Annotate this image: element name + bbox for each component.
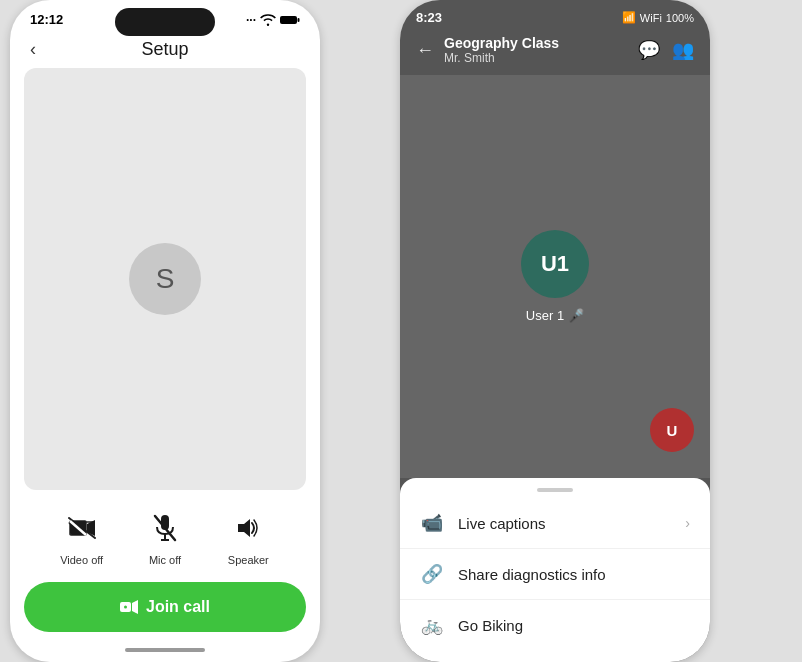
call-title: Geography Class bbox=[444, 35, 628, 51]
time-right: 8:23 bbox=[416, 10, 442, 25]
signal-icon: 📶 bbox=[622, 11, 636, 24]
user-avatar-left: S bbox=[129, 243, 201, 315]
participants-icon[interactable]: 👥 bbox=[672, 39, 694, 61]
join-call-label: Join call bbox=[146, 598, 210, 616]
wifi-icon-right: WiFi bbox=[640, 12, 662, 24]
svg-marker-10 bbox=[238, 519, 250, 537]
video-preview: S bbox=[24, 68, 306, 490]
wifi-icon bbox=[260, 14, 276, 26]
right-phone: 8:23 📶 WiFi 100% ← Geography Class Mr. S… bbox=[400, 0, 710, 662]
sheet-items: 📹 Live captions › 🔗 Share diagnostics in… bbox=[400, 498, 710, 650]
page-title-left: Setup bbox=[141, 39, 188, 60]
left-phone: 12:12 ··· ‹ Setup S bbox=[10, 0, 320, 662]
call-header-icons: 💬 👥 bbox=[638, 39, 694, 61]
mic-off-label: Mic off bbox=[149, 554, 181, 566]
sheet-item-2[interactable]: 🚲 Go Biking bbox=[400, 600, 710, 650]
user-avatar-right: U1 bbox=[521, 230, 589, 298]
mic-off-icon bbox=[143, 506, 187, 550]
video-off-icon bbox=[60, 506, 104, 550]
sheet-item-1[interactable]: 🔗 Share diagnostics info bbox=[400, 549, 710, 600]
video-off-label: Video off bbox=[60, 554, 103, 566]
sheet-item-0[interactable]: 📹 Live captions › bbox=[400, 498, 710, 549]
svg-rect-0 bbox=[280, 16, 297, 24]
battery-icon-right: 100% bbox=[666, 12, 694, 24]
speaker-label: Speaker bbox=[228, 554, 269, 566]
bottom-sheet: 📹 Live captions › 🔗 Share diagnostics in… bbox=[400, 478, 710, 662]
sheet-item-text-0: Live captions bbox=[458, 515, 671, 532]
sheet-item-text-1: Share diagnostics info bbox=[458, 566, 690, 583]
back-button-left[interactable]: ‹ bbox=[30, 39, 36, 60]
sheet-item-chevron-0: › bbox=[685, 515, 690, 531]
join-call-icon bbox=[120, 600, 138, 614]
svg-marker-12 bbox=[132, 600, 138, 614]
sheet-item-text-2: Go Biking bbox=[458, 617, 690, 634]
user-label: User 1 🎤 bbox=[526, 308, 584, 323]
dots-icon: ··· bbox=[246, 13, 256, 27]
controls-row: Video off Mic off bbox=[10, 490, 320, 574]
sheet-item-icon-0: 📹 bbox=[420, 512, 444, 534]
call-header: ← Geography Class Mr. Smith 💬 👥 bbox=[400, 29, 710, 75]
svg-rect-1 bbox=[298, 18, 300, 22]
home-indicator-left bbox=[125, 648, 205, 652]
sheet-handle bbox=[537, 488, 573, 492]
status-icons-left: ··· bbox=[246, 13, 300, 27]
video-off-button[interactable]: Video off bbox=[60, 506, 104, 566]
svg-point-13 bbox=[124, 606, 127, 609]
fab-button[interactable]: U bbox=[650, 408, 694, 452]
mic-off-button[interactable]: Mic off bbox=[143, 506, 187, 566]
speaker-button[interactable]: Speaker bbox=[226, 506, 270, 566]
call-subtitle: Mr. Smith bbox=[444, 51, 628, 65]
sheet-item-icon-1: 🔗 bbox=[420, 563, 444, 585]
join-call-button[interactable]: Join call bbox=[24, 582, 306, 632]
speaker-icon bbox=[226, 506, 270, 550]
sheet-item-icon-2: 🚲 bbox=[420, 614, 444, 636]
setup-header: ‹ Setup bbox=[10, 31, 320, 68]
call-info: Geography Class Mr. Smith bbox=[444, 35, 628, 65]
muted-icon: 🎤 bbox=[568, 308, 584, 323]
battery-icon bbox=[280, 14, 300, 26]
back-button-right[interactable]: ← bbox=[416, 40, 434, 61]
chat-icon[interactable]: 💬 bbox=[638, 39, 660, 61]
status-bar-right: 8:23 📶 WiFi 100% bbox=[400, 0, 710, 29]
status-icons-right: 📶 WiFi 100% bbox=[622, 11, 694, 24]
time-left: 12:12 bbox=[30, 12, 63, 27]
